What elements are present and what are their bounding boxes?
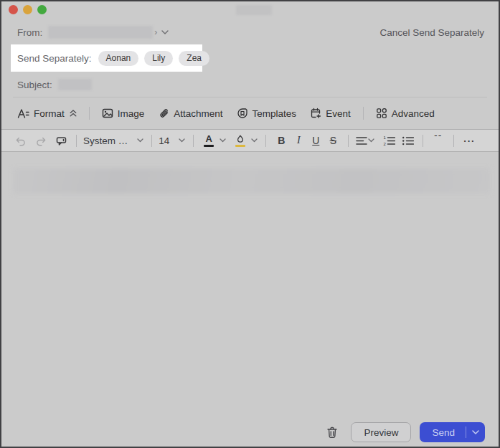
- more-options-button[interactable]: ···: [461, 131, 478, 150]
- event-label: Event: [326, 108, 351, 119]
- recipient-chips: Aonan Lily Zea: [98, 51, 209, 66]
- event-button[interactable]: Event: [310, 108, 351, 119]
- format-toolbar: Format Image: [17, 103, 435, 123]
- from-row: From: › Cancel Send Separately: [17, 25, 484, 39]
- toolbar-divider: [348, 135, 349, 147]
- svg-text:2: 2: [383, 142, 386, 146]
- footer-actions: Preview Send: [326, 422, 485, 442]
- subject-row: Subject:: [17, 77, 92, 92]
- advanced-label: Advanced: [392, 108, 435, 119]
- recipient-chip[interactable]: Aonan: [98, 51, 139, 66]
- italic-button[interactable]: I: [290, 131, 307, 150]
- image-button[interactable]: Image: [102, 108, 145, 119]
- image-icon: [102, 108, 113, 119]
- chevron-down-icon: [137, 138, 143, 143]
- format-label: Format: [34, 108, 65, 119]
- from-suffix: ›: [154, 27, 157, 37]
- bold-button[interactable]: B: [273, 131, 290, 150]
- templates-icon: [237, 108, 248, 119]
- subject-divider: [13, 97, 487, 97]
- font-family-select[interactable]: System …: [83, 135, 145, 146]
- advanced-button[interactable]: Advanced: [376, 108, 435, 119]
- preview-button[interactable]: Preview: [351, 422, 411, 442]
- send-separately-row-highlight: Send Separately: Aonan Lily Zea: [11, 44, 202, 72]
- highlight-color-button[interactable]: [232, 131, 249, 150]
- font-family-value: System …: [83, 135, 128, 146]
- attachment-button[interactable]: Attachment: [158, 108, 222, 119]
- quote-icon: “: [433, 135, 443, 146]
- text-style-toolbar: System … 14 A: [1, 129, 499, 152]
- collapse-double-chevron-up-icon: [70, 110, 77, 117]
- attachment-label: Attachment: [174, 108, 222, 119]
- toolbar-divider: [363, 107, 364, 120]
- recipient-chip[interactable]: Lily: [144, 51, 173, 66]
- subject-value-redacted[interactable]: [58, 79, 92, 90]
- ink-drop-icon: [235, 135, 245, 143]
- close-button[interactable]: [9, 5, 18, 14]
- trash-icon[interactable]: [326, 426, 339, 439]
- window-title-redacted: [236, 5, 272, 15]
- toolbar-divider: [453, 135, 454, 147]
- font-size-value: 14: [159, 135, 169, 146]
- chevron-down-icon: [179, 138, 185, 143]
- image-label: Image: [118, 108, 145, 119]
- redo-button[interactable]: [32, 131, 49, 150]
- send-button[interactable]: Send: [420, 427, 466, 438]
- blockquote-button[interactable]: “: [430, 131, 447, 150]
- highlight-color-swatch: [235, 145, 245, 147]
- toolbar-divider: [423, 135, 423, 147]
- underline-button[interactable]: U: [307, 131, 324, 150]
- subject-label: Subject:: [17, 80, 52, 90]
- from-label: From:: [17, 27, 42, 38]
- toolbar-divider: [151, 135, 152, 147]
- undo-button[interactable]: [12, 131, 29, 150]
- format-text-icon: [17, 108, 29, 119]
- minimize-button[interactable]: [23, 5, 32, 14]
- align-button[interactable]: [355, 131, 368, 150]
- bullet-list-button[interactable]: [399, 131, 416, 150]
- send-split-button: Send: [420, 422, 485, 442]
- svg-text:1: 1: [383, 135, 386, 140]
- from-chevron-down-icon[interactable]: [161, 30, 169, 34]
- text-color-button[interactable]: A: [200, 131, 217, 150]
- toolbar-divider: [193, 135, 194, 147]
- message-body-redacted[interactable]: [13, 168, 490, 194]
- grid-apps-icon: [376, 108, 387, 119]
- numbered-list-button[interactable]: 1 2: [380, 131, 397, 150]
- toolbar-divider: [76, 135, 77, 147]
- traffic-lights: [9, 5, 47, 14]
- font-size-select[interactable]: 14: [159, 135, 187, 146]
- recipient-chip[interactable]: Zea: [179, 51, 209, 66]
- toolbar-divider: [265, 135, 266, 147]
- paperclip-icon: [158, 108, 169, 119]
- chevron-down-icon[interactable]: [368, 138, 374, 143]
- more-icon: ···: [463, 135, 475, 146]
- chevron-down-icon[interactable]: [251, 138, 258, 143]
- compose-window: From: › Cancel Send Separately Send Sepa…: [0, 0, 500, 448]
- send-separately-label: Send Separately:: [17, 53, 92, 64]
- templates-button[interactable]: Templates: [237, 108, 297, 119]
- calendar-plus-icon: [310, 108, 321, 119]
- format-toggle-button[interactable]: Format: [17, 108, 77, 119]
- zoom-button[interactable]: [37, 5, 47, 14]
- cancel-send-separately-link[interactable]: Cancel Send Separately: [379, 27, 484, 38]
- from-value-redacted[interactable]: [48, 26, 153, 39]
- templates-label: Templates: [253, 108, 297, 119]
- text-color-glyph: A: [206, 135, 212, 143]
- toolbar-divider: [89, 107, 90, 120]
- send-options-chevron-down-icon[interactable]: [466, 430, 485, 434]
- format-painter-icon[interactable]: [52, 131, 70, 150]
- strikethrough-button[interactable]: S: [324, 131, 341, 150]
- chevron-down-icon[interactable]: [220, 138, 226, 143]
- text-color-swatch: [204, 145, 214, 147]
